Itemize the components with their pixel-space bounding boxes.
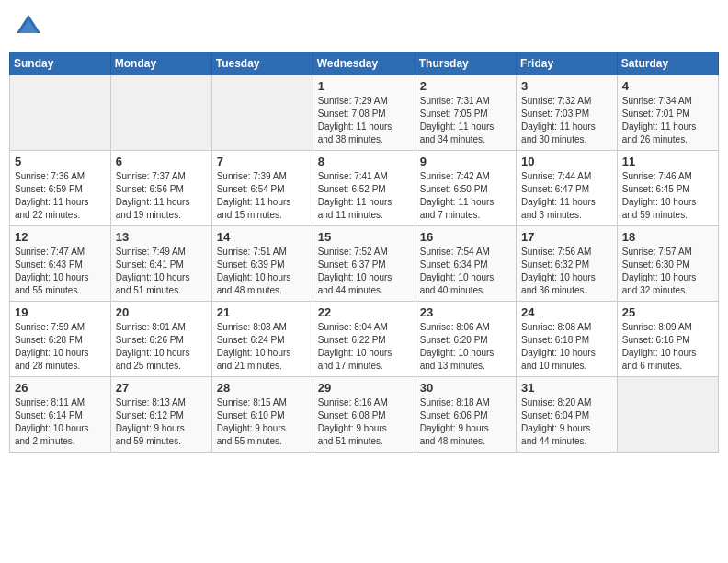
day-number: 17 [521, 230, 612, 244]
day-info: Sunrise: 8:16 AM Sunset: 6:08 PM Dayligh… [318, 396, 410, 448]
day-info: Sunrise: 7:31 AM Sunset: 7:05 PM Dayligh… [420, 95, 511, 146]
day-number: 27 [116, 381, 207, 395]
calendar-cell: 16Sunrise: 7:54 AM Sunset: 6:34 PM Dayli… [415, 226, 516, 302]
calendar-cell: 19Sunrise: 7:59 AM Sunset: 6:28 PM Dayli… [10, 302, 111, 377]
calendar-cell: 27Sunrise: 8:13 AM Sunset: 6:12 PM Dayli… [110, 377, 211, 453]
day-info: Sunrise: 8:11 AM Sunset: 6:14 PM Dayligh… [15, 396, 106, 448]
calendar-cell: 9Sunrise: 7:42 AM Sunset: 6:50 PM Daylig… [415, 151, 516, 226]
calendar-cell: 3Sunrise: 7:32 AM Sunset: 7:03 PM Daylig… [517, 75, 618, 151]
calendar-cell: 29Sunrise: 8:16 AM Sunset: 6:08 PM Dayli… [313, 377, 415, 453]
day-number: 25 [622, 305, 713, 319]
calendar-cell [10, 75, 111, 151]
day-info: Sunrise: 8:15 AM Sunset: 6:10 PM Dayligh… [217, 396, 308, 448]
day-number: 13 [116, 230, 207, 244]
day-info: Sunrise: 7:37 AM Sunset: 6:56 PM Dayligh… [116, 170, 207, 222]
day-info: Sunrise: 8:01 AM Sunset: 6:26 PM Dayligh… [116, 321, 207, 373]
calendar-cell: 26Sunrise: 8:11 AM Sunset: 6:14 PM Dayli… [10, 377, 111, 453]
calendar-cell: 28Sunrise: 8:15 AM Sunset: 6:10 PM Dayli… [211, 377, 313, 453]
calendar-cell: 13Sunrise: 7:49 AM Sunset: 6:41 PM Dayli… [110, 226, 211, 302]
calendar-cell: 14Sunrise: 7:51 AM Sunset: 6:39 PM Dayli… [211, 226, 313, 302]
day-number: 1 [318, 79, 410, 93]
day-info: Sunrise: 7:54 AM Sunset: 6:34 PM Dayligh… [420, 246, 511, 297]
calendar-cell [110, 75, 211, 151]
day-info: Sunrise: 8:20 AM Sunset: 6:04 PM Dayligh… [521, 396, 612, 448]
day-info: Sunrise: 8:03 AM Sunset: 6:24 PM Dayligh… [217, 321, 308, 373]
day-number: 9 [420, 155, 511, 168]
day-number: 18 [622, 230, 713, 244]
day-of-week-header: Tuesday [211, 52, 313, 75]
calendar-cell: 5Sunrise: 7:36 AM Sunset: 6:59 PM Daylig… [10, 151, 111, 226]
calendar-cell [617, 377, 718, 453]
calendar-cell: 20Sunrise: 8:01 AM Sunset: 6:26 PM Dayli… [110, 302, 211, 377]
day-info: Sunrise: 7:46 AM Sunset: 6:45 PM Dayligh… [622, 170, 713, 222]
day-number: 15 [318, 230, 410, 244]
day-number: 10 [521, 155, 612, 168]
calendar-cell: 8Sunrise: 7:41 AM Sunset: 6:52 PM Daylig… [313, 151, 415, 226]
day-info: Sunrise: 8:04 AM Sunset: 6:22 PM Dayligh… [318, 321, 410, 373]
page-header [9, 9, 719, 44]
day-info: Sunrise: 7:59 AM Sunset: 6:28 PM Dayligh… [15, 321, 106, 373]
day-number: 11 [622, 155, 713, 168]
calendar-cell: 18Sunrise: 7:57 AM Sunset: 6:30 PM Dayli… [617, 226, 718, 302]
day-info: Sunrise: 8:08 AM Sunset: 6:18 PM Dayligh… [521, 321, 612, 373]
day-number: 3 [521, 79, 612, 93]
day-info: Sunrise: 7:29 AM Sunset: 7:08 PM Dayligh… [318, 95, 410, 146]
day-info: Sunrise: 7:32 AM Sunset: 7:03 PM Dayligh… [521, 95, 612, 146]
day-info: Sunrise: 7:42 AM Sunset: 6:50 PM Dayligh… [420, 170, 511, 222]
calendar-cell: 4Sunrise: 7:34 AM Sunset: 7:01 PM Daylig… [617, 75, 718, 151]
day-number: 8 [318, 155, 410, 168]
day-number: 19 [15, 305, 106, 319]
day-number: 16 [420, 230, 511, 244]
calendar-week-row: 5Sunrise: 7:36 AM Sunset: 6:59 PM Daylig… [10, 151, 719, 226]
day-info: Sunrise: 7:36 AM Sunset: 6:59 PM Dayligh… [15, 170, 106, 222]
day-info: Sunrise: 8:06 AM Sunset: 6:20 PM Dayligh… [420, 321, 511, 373]
day-number: 23 [420, 305, 511, 319]
calendar-cell: 11Sunrise: 7:46 AM Sunset: 6:45 PM Dayli… [617, 151, 718, 226]
day-info: Sunrise: 7:47 AM Sunset: 6:43 PM Dayligh… [15, 246, 106, 297]
calendar-cell: 30Sunrise: 8:18 AM Sunset: 6:06 PM Dayli… [415, 377, 516, 453]
day-number: 22 [318, 305, 410, 319]
calendar-cell: 12Sunrise: 7:47 AM Sunset: 6:43 PM Dayli… [10, 226, 111, 302]
day-number: 4 [622, 79, 713, 93]
calendar-cell: 7Sunrise: 7:39 AM Sunset: 6:54 PM Daylig… [211, 151, 313, 226]
calendar-cell: 10Sunrise: 7:44 AM Sunset: 6:47 PM Dayli… [517, 151, 618, 226]
calendar-week-row: 1Sunrise: 7:29 AM Sunset: 7:08 PM Daylig… [10, 75, 719, 151]
day-info: Sunrise: 7:51 AM Sunset: 6:39 PM Dayligh… [217, 246, 308, 297]
calendar-cell: 31Sunrise: 8:20 AM Sunset: 6:04 PM Dayli… [517, 377, 618, 453]
day-info: Sunrise: 8:13 AM Sunset: 6:12 PM Dayligh… [116, 396, 207, 448]
day-info: Sunrise: 7:34 AM Sunset: 7:01 PM Dayligh… [622, 95, 713, 146]
day-of-week-header: Thursday [415, 52, 516, 75]
day-number: 12 [15, 230, 106, 244]
day-info: Sunrise: 8:09 AM Sunset: 6:16 PM Dayligh… [622, 321, 713, 373]
calendar-table: SundayMondayTuesdayWednesdayThursdayFrid… [9, 52, 719, 453]
day-number: 24 [521, 305, 612, 319]
day-number: 14 [217, 230, 308, 244]
day-number: 29 [318, 381, 410, 395]
day-info: Sunrise: 8:18 AM Sunset: 6:06 PM Dayligh… [420, 396, 511, 448]
day-number: 26 [15, 381, 106, 395]
calendar-week-row: 26Sunrise: 8:11 AM Sunset: 6:14 PM Dayli… [10, 377, 719, 453]
day-number: 2 [420, 79, 511, 93]
calendar-cell: 2Sunrise: 7:31 AM Sunset: 7:05 PM Daylig… [415, 75, 516, 151]
day-info: Sunrise: 7:44 AM Sunset: 6:47 PM Dayligh… [521, 170, 612, 222]
day-of-week-header: Wednesday [313, 52, 415, 75]
day-number: 31 [521, 381, 612, 395]
day-number: 28 [217, 381, 308, 395]
calendar-cell: 15Sunrise: 7:52 AM Sunset: 6:37 PM Dayli… [313, 226, 415, 302]
logo [15, 13, 46, 40]
calendar-cell: 17Sunrise: 7:56 AM Sunset: 6:32 PM Dayli… [517, 226, 618, 302]
day-of-week-header: Friday [517, 52, 618, 75]
calendar-week-row: 12Sunrise: 7:47 AM Sunset: 6:43 PM Dayli… [10, 226, 719, 302]
calendar-cell: 1Sunrise: 7:29 AM Sunset: 7:08 PM Daylig… [313, 75, 415, 151]
day-info: Sunrise: 7:57 AM Sunset: 6:30 PM Dayligh… [622, 246, 713, 297]
day-info: Sunrise: 7:41 AM Sunset: 6:52 PM Dayligh… [318, 170, 410, 222]
calendar-cell: 21Sunrise: 8:03 AM Sunset: 6:24 PM Dayli… [211, 302, 313, 377]
calendar-week-row: 19Sunrise: 7:59 AM Sunset: 6:28 PM Dayli… [10, 302, 719, 377]
day-number: 21 [217, 305, 308, 319]
day-number: 5 [15, 155, 106, 168]
day-number: 30 [420, 381, 511, 395]
day-of-week-header: Saturday [617, 52, 718, 75]
day-info: Sunrise: 7:49 AM Sunset: 6:41 PM Dayligh… [116, 246, 207, 297]
calendar-cell: 6Sunrise: 7:37 AM Sunset: 6:56 PM Daylig… [110, 151, 211, 226]
day-number: 7 [217, 155, 308, 168]
